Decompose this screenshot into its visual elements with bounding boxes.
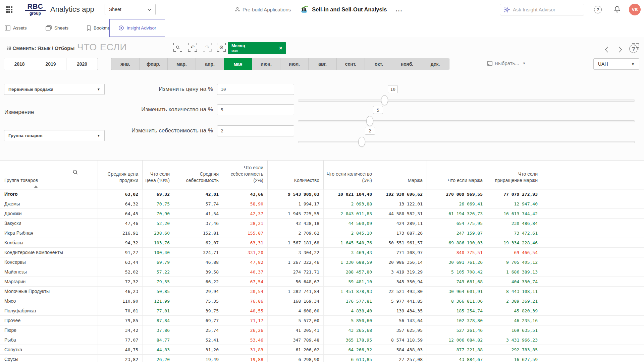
row-dimension-value[interactable]: Итого bbox=[0, 189, 98, 199]
cell-value: 29,94 bbox=[174, 287, 223, 296]
month-button[interactable]: июл. bbox=[280, 58, 309, 70]
year-button[interactable]: 2018 bbox=[4, 58, 35, 70]
row-dimension-value[interactable]: Консервы bbox=[0, 257, 98, 267]
change-language-selections-button[interactable]: Сменить: Язык / Отборы bbox=[7, 45, 74, 51]
tab-sheets[interactable]: Sheets bbox=[46, 19, 68, 37]
month-button[interactable]: апр. bbox=[196, 58, 224, 70]
insight-advisor-search[interactable] bbox=[500, 4, 584, 15]
cell-empty bbox=[542, 277, 644, 286]
month-button[interactable]: июн. bbox=[252, 58, 280, 70]
month-button[interactable]: авг. bbox=[309, 58, 337, 70]
slider-track[interactable] bbox=[298, 100, 635, 102]
user-avatar[interactable]: VB bbox=[629, 4, 641, 15]
column-header[interactable]: Что если себестоимость (2%) bbox=[223, 161, 268, 189]
slider-handle[interactable] bbox=[366, 116, 373, 126]
slider-handle[interactable] bbox=[381, 95, 388, 105]
table-row: Закуски47,4652,2037,4638,2142 438,1844 5… bbox=[0, 219, 644, 228]
app-launcher-icon[interactable] bbox=[6, 6, 12, 13]
currency-selector[interactable]: UAH ▼ bbox=[593, 58, 639, 70]
app-name: Analytics app bbox=[50, 5, 94, 14]
notifications-button[interactable] bbox=[613, 5, 621, 15]
date-picker[interactable]: Выбрать... ▼ bbox=[487, 60, 526, 66]
prev-sheet-button[interactable] bbox=[602, 45, 611, 55]
cell-empty bbox=[542, 219, 644, 228]
row-dimension-value[interactable]: Полуфабрикат bbox=[0, 306, 98, 315]
measure-dropdown[interactable]: Первичные продажи ▼ bbox=[4, 84, 105, 95]
column-header[interactable]: Маржа bbox=[376, 161, 427, 189]
cost-change-input[interactable] bbox=[217, 125, 294, 136]
month-button[interactable]: дек. bbox=[421, 58, 449, 70]
help-button[interactable]: ? bbox=[594, 6, 602, 13]
column-header-label: Маржа bbox=[408, 177, 423, 184]
row-dimension-value[interactable]: Закуски bbox=[0, 219, 98, 228]
cell-value: 247 159,87 bbox=[427, 228, 487, 238]
row-dimension-value[interactable]: Сопутка bbox=[0, 345, 98, 354]
row-dimension-value[interactable]: Кондитерские Компоненты bbox=[0, 248, 98, 257]
cell-value: 155,87 bbox=[223, 228, 268, 238]
dimension-dropdown[interactable]: Группа товаров ▼ bbox=[4, 130, 105, 141]
cell-value: 64,45 bbox=[98, 209, 143, 218]
cell-value: 13 122,01 bbox=[376, 199, 427, 208]
slider-track[interactable] bbox=[298, 141, 635, 143]
sheet-help-button[interactable]: ? bbox=[629, 45, 638, 53]
more-options-button[interactable]: ... bbox=[395, 6, 402, 13]
column-header[interactable]: Количество bbox=[268, 161, 324, 189]
table-total-row: Итого63,0269,3242,8143,669 543 909,0310 … bbox=[0, 189, 644, 199]
cell-value: 527 261,46 bbox=[427, 325, 487, 335]
cell-value: 584 438,03 bbox=[376, 345, 427, 354]
search-input[interactable] bbox=[513, 7, 573, 12]
column-header[interactable]: Что если количество (5%) bbox=[324, 161, 376, 189]
month-button[interactable]: янв. bbox=[111, 58, 140, 70]
year-button[interactable]: 2019 bbox=[35, 58, 66, 70]
row-dimension-value[interactable]: Рыба bbox=[0, 335, 98, 345]
row-dimension-value[interactable]: Колбасы bbox=[0, 238, 98, 247]
column-header[interactable]: Что если приращение маржи bbox=[487, 161, 542, 189]
cell-value: 9 543 909,03 bbox=[268, 189, 324, 199]
row-dimension-value[interactable]: Икра Рыбная bbox=[0, 228, 98, 238]
row-dimension-value[interactable]: Майонезы bbox=[0, 267, 98, 277]
price-change-input[interactable] bbox=[217, 84, 294, 95]
table-row: Джемы64,3270,7557,7458,901 994,172 093,8… bbox=[0, 199, 644, 209]
row-dimension-value[interactable]: Мясо bbox=[0, 296, 98, 306]
month-button[interactable]: окт. bbox=[365, 58, 393, 70]
month-button[interactable]: нояб. bbox=[393, 58, 421, 70]
month-button[interactable]: февр. bbox=[140, 58, 168, 70]
month-button[interactable]: мар. bbox=[168, 58, 196, 70]
row-dimension-value[interactable]: Прочее bbox=[0, 316, 98, 325]
next-sheet-button[interactable] bbox=[616, 45, 625, 55]
price-change-slider[interactable]: 10 bbox=[298, 94, 635, 107]
year-button[interactable]: 2020 bbox=[66, 58, 98, 70]
column-header[interactable]: Что если маржа bbox=[427, 161, 487, 189]
current-app[interactable]: Sell-in and Sell-Out Analysis bbox=[300, 5, 387, 13]
row-dimension-value[interactable]: Джемы bbox=[0, 199, 98, 208]
cost-change-slider[interactable]: 2 bbox=[298, 135, 635, 149]
column-header[interactable]: Средняя цена продажи bbox=[98, 161, 143, 189]
column-header-dimension[interactable]: Группа товаров bbox=[0, 161, 98, 189]
sheet-selector[interactable]: Sheet bbox=[105, 4, 156, 15]
cell-value: 79,55 bbox=[143, 277, 174, 286]
row-dimension-value[interactable]: Соусы bbox=[0, 355, 98, 362]
column-header[interactable]: Что если цена (10%) bbox=[143, 161, 174, 189]
cell-value: 53,46 bbox=[223, 335, 268, 345]
tab-insight-advisor[interactable]: Insight Advisor bbox=[109, 19, 165, 37]
month-button[interactable]: сент. bbox=[337, 58, 365, 70]
pre-build-applications-link[interactable]: Pre-build Applications bbox=[235, 7, 291, 12]
month-button[interactable]: мая bbox=[224, 58, 252, 70]
quantity-change-slider[interactable]: 5 bbox=[298, 115, 635, 128]
column-search-icon[interactable] bbox=[72, 169, 78, 177]
cell-value: 43,66 bbox=[223, 189, 268, 199]
quantity-change-input[interactable] bbox=[217, 104, 294, 115]
tab-assets[interactable]: Assets bbox=[5, 19, 27, 37]
cell-value: 103,76 bbox=[143, 238, 174, 247]
column-header[interactable] bbox=[542, 161, 644, 189]
slider-handle[interactable] bbox=[358, 137, 365, 147]
row-dimension-value[interactable]: Дрожжи bbox=[0, 209, 98, 218]
table-row: Кондитерские Компоненты91,27100,40324,71… bbox=[0, 248, 644, 257]
column-header[interactable]: Средняя себестоимость bbox=[174, 161, 223, 189]
row-dimension-value[interactable]: Маргарин bbox=[0, 277, 98, 286]
slider-track[interactable] bbox=[298, 120, 635, 122]
cell-value: 26,20 bbox=[143, 355, 174, 362]
row-dimension-value[interactable]: Пюре bbox=[0, 325, 98, 335]
row-dimension-value[interactable]: Молочные Продукты bbox=[0, 287, 98, 296]
cell-value: 42,81 bbox=[174, 189, 223, 199]
